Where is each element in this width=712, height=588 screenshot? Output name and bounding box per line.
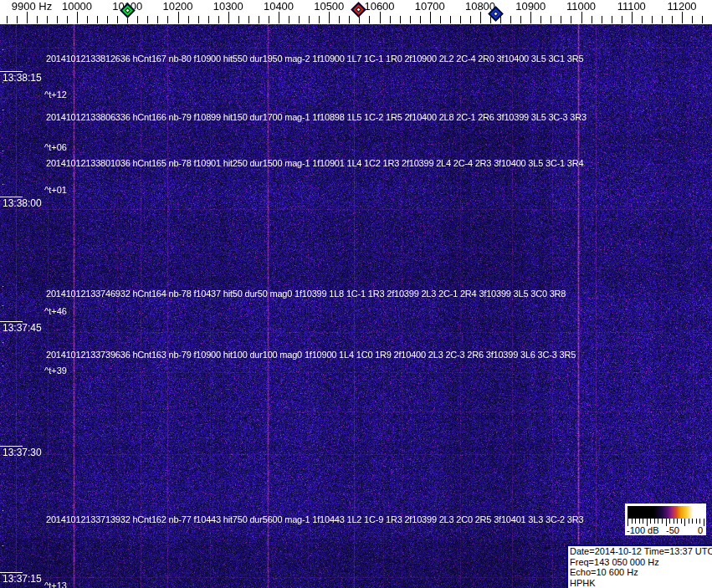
colorbar-tick [627,519,628,526]
ruler-tick [107,16,108,23]
ruler-tick [592,16,592,23]
edge-event-tick: ` [1,305,4,313]
ruler-label: 10400 [264,0,294,13]
ruler-tick [77,12,78,23]
ruler-tick [480,12,481,23]
ruler-tick [400,16,401,23]
time-label: 13:38:00 [3,197,42,209]
colorbar-tick [654,519,655,524]
ruler-tick [269,16,269,23]
ruler-tick [571,16,571,23]
ruler-tick [259,16,259,23]
ruler-tick [17,16,18,23]
spectrogram-window: 9900 Hz100001010010200103001040010500106… [0,0,712,588]
ruler-tick [602,16,602,23]
ruler-tick [117,16,118,23]
time-label: 13:37:15 [3,573,42,585]
colorbar-tick [669,519,670,524]
colorbar-tick [696,519,697,524]
ruler-tick [208,16,209,23]
colorbar-tick [662,519,663,524]
time-offset-marker: ^t+39 [44,366,67,376]
ruler-tick [198,16,199,23]
ruler-tick [97,16,98,23]
ruler-tick [642,16,643,23]
ruler-tick [612,16,612,23]
ruler-tick [329,12,330,23]
colorbar-tick [632,519,633,524]
edge-event-tick: ` [1,151,4,158]
ruler-tick [27,12,28,23]
ruler-tick [339,16,340,23]
status-info-box: Date=2014-10-12 Time=13:37 UTC Freq=143 … [566,545,712,588]
ruler-tick [380,12,381,23]
colorbar-tick [704,519,704,526]
ruler-label: 10300 [213,0,243,13]
colorbar-tick [674,519,674,524]
info-station-code: HPHK [570,578,710,588]
edge-event-tick: ` [1,366,4,373]
time-label: 13:37:30 [3,447,42,458]
marker-center-dot [494,12,497,15]
ruler-tick [460,16,461,23]
edge-event-tick: ` [1,510,4,518]
colorbar-tick [689,519,689,524]
colorbar-tick [684,519,685,526]
ruler-label: 11200 [667,0,696,13]
ruler-tick [349,16,350,23]
ruler-tick [319,16,320,23]
ruler-tick [692,16,693,23]
ruler-tick [390,16,391,23]
colorbar-tick [681,519,682,524]
colorbar-tick [699,519,700,524]
event-log-line: 20141012133713932 hCnt162 nb-77 f10443 h… [46,514,583,524]
ruler-tick [430,12,431,23]
ruler-tick [7,16,8,23]
time-offset-marker: ^t+01 [44,185,67,195]
edge-event-tick: ` [1,575,4,582]
ruler-label: 9900 Hz [12,0,52,13]
time-offset-marker: ^t+13 [44,580,67,588]
colorbar-tick [666,519,667,526]
edge-event-tick: ` [1,342,4,350]
ruler-tick [632,12,633,23]
ruler-label: 10000 [62,0,92,13]
ruler-tick [359,16,360,23]
event-log-line: 20141012133812636 hCnt167 nb-80 f10900 h… [46,54,583,64]
edge-event-tick: ` [1,184,4,192]
ruler-tick [510,16,511,23]
ruler-tick [67,16,68,23]
edge-event-tick: ` [1,545,4,553]
ruler-tick [702,16,703,23]
ruler-tick [238,16,239,23]
ruler-tick [622,16,622,23]
event-log-line: 20141012133806336 hCnt166 nb-79 f10899 h… [46,112,587,122]
colorbar-tick [692,519,693,524]
ruler-tick [248,16,249,23]
ruler-tick [672,16,673,23]
colorbar-tick [658,519,658,524]
ruler-label: 10700 [415,0,445,13]
colorbar-label-max: 0 [698,525,703,535]
ruler-tick [147,16,148,23]
edge-event-tick: ` [1,82,4,89]
ruler-tick [299,16,300,23]
ruler-tick [279,12,279,23]
info-date-time: Date=2014-10-12 Time=13:37 UTC [570,546,710,557]
ruler-tick [57,16,58,23]
info-echo-offset: Echo=10 600 Hz [570,567,710,578]
time-label: 13:38:15 [3,72,42,84]
marker-center-dot [356,8,360,11]
ruler-label: 11000 [566,0,596,13]
time-label: 13:37:45 [3,322,42,334]
ruler-tick [369,16,370,23]
ruler-tick [561,16,561,23]
ruler-tick [662,16,663,23]
annotation-overlay: 20141012133812636 hCnt167 nb-80 f10900 h… [0,0,712,588]
time-offset-marker: ^t+06 [44,142,67,152]
ruler-tick [137,16,138,23]
ruler-tick [309,16,310,23]
ruler-label: 10900 [515,0,546,13]
ruler-tick [410,16,411,23]
event-log-line: 20141012133801036 hCnt165 nb-78 f10901 h… [46,158,583,168]
